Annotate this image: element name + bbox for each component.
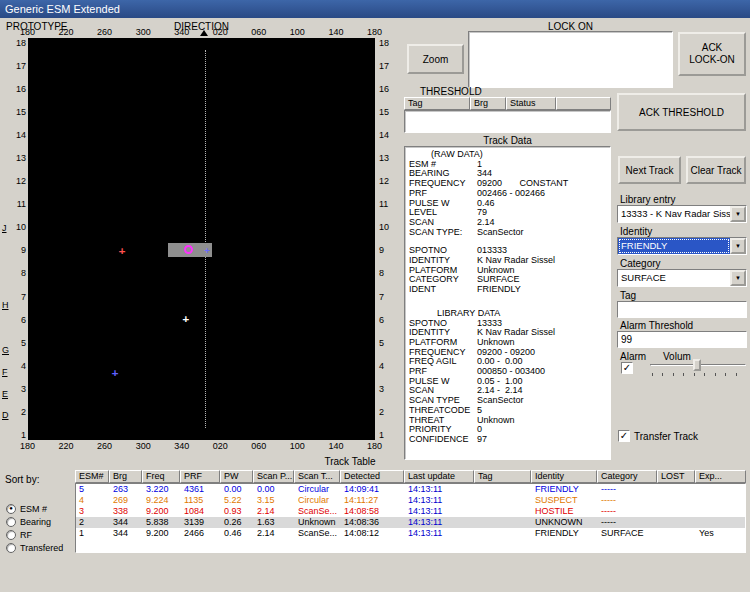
table-cell: ScanSe... — [295, 528, 341, 539]
bearing-caret-icon — [200, 30, 208, 36]
table-column-header[interactable]: PW — [220, 470, 253, 483]
level-tick-label: 15 — [379, 107, 389, 117]
track-table-title: Track Table — [300, 456, 400, 467]
tag-input[interactable] — [617, 301, 747, 318]
bearing-tick-label: 180 — [367, 27, 382, 37]
threshold-column-tag[interactable]: Tag — [404, 97, 470, 110]
table-cell: 0.93 — [221, 506, 254, 517]
radio-icon[interactable]: ● — [6, 504, 16, 514]
table-cell — [696, 484, 745, 495]
table-cell: 3.220 — [143, 484, 181, 495]
track-row[interactable]: 4 269 9.224 1135 5.22 3.15 Circular 14:1… — [76, 495, 745, 506]
table-column-header[interactable]: Tag — [474, 470, 531, 483]
table-cell — [475, 528, 532, 539]
clear-track-button[interactable]: Clear Track — [686, 156, 746, 184]
radio-icon[interactable] — [6, 530, 16, 540]
table-cell: 5.22 — [221, 495, 254, 506]
threshold-column-filler — [556, 97, 611, 110]
identity-select[interactable]: FRIENDLY ▼ — [617, 237, 747, 255]
table-column-header[interactable]: Scan P... — [253, 470, 294, 483]
table-column-header[interactable]: LOST — [657, 470, 695, 483]
radio-dot — [7, 531, 15, 539]
category-select[interactable]: SURFACE ▼ — [617, 269, 747, 287]
threshold-title: THRESHOLD — [420, 86, 482, 97]
table-cell: Yes — [696, 528, 745, 539]
chevron-down-icon[interactable]: ▼ — [730, 206, 746, 222]
table-column-header[interactable]: Brg — [109, 470, 142, 483]
sort-radio[interactable]: Bearing — [6, 516, 63, 527]
table-cell — [475, 495, 532, 506]
track-table-body[interactable]: 5 263 3.220 4361 0.00 0.00 Circular 14:0… — [75, 483, 746, 553]
row-letter: F — [2, 367, 8, 377]
level-tick-label: 16 — [16, 84, 26, 94]
volume-slider-thumb[interactable] — [693, 359, 701, 371]
table-cell — [475, 517, 532, 528]
table-cell: UNKNOWN — [532, 517, 598, 528]
threshold-column-brg[interactable]: Brg — [470, 97, 506, 110]
threshold-list[interactable] — [404, 110, 611, 133]
next-track-button[interactable]: Next Track — [618, 156, 681, 184]
transfer-track-checkbox[interactable]: ✓ — [618, 430, 630, 442]
table-cell: 5 — [76, 484, 110, 495]
sort-radio[interactable]: RF — [6, 529, 63, 540]
level-tick-label: 15 — [16, 107, 26, 117]
bearing-tick-label: 060 — [251, 27, 266, 37]
radio-icon[interactable] — [6, 543, 16, 553]
bearing-tick-label: 260 — [97, 27, 112, 37]
ack-threshold-button[interactable]: ACK THRESHOLD — [617, 93, 746, 131]
sort-radio-label: Bearing — [20, 517, 51, 527]
esm-bearing-display[interactable]: +++ + — [28, 38, 375, 440]
track-data-row: PULSE W0.46 — [409, 199, 606, 209]
alarm-checkbox[interactable]: ✓ — [621, 362, 633, 374]
level-tick-label: 7 — [21, 292, 26, 302]
chevron-down-icon[interactable]: ▼ — [730, 238, 746, 254]
table-cell: 1.63 — [254, 517, 295, 528]
table-cell: 338 — [110, 506, 143, 517]
level-scale-right: 181716151413121110987654321 — [379, 38, 397, 440]
threshold-column-status[interactable]: Status — [506, 97, 556, 110]
table-cell: SUSPECT — [532, 495, 598, 506]
table-column-header[interactable]: Freq — [142, 470, 180, 483]
table-cell: 1 — [76, 528, 110, 539]
level-tick-label: 8 — [379, 268, 384, 278]
table-column-header[interactable]: Identity — [531, 470, 597, 483]
titlebar[interactable]: Generic ESM Extended — [0, 0, 750, 18]
spacer — [409, 295, 606, 309]
track-marker[interactable]: + — [183, 312, 190, 325]
table-column-header[interactable]: Exp... — [695, 470, 746, 483]
table-column-header[interactable]: Scan T... — [294, 470, 340, 483]
track-marker[interactable]: + — [119, 243, 126, 256]
level-tick-label: 14 — [16, 130, 26, 140]
table-column-header[interactable]: Detected — [340, 470, 404, 483]
track-row[interactable]: 2 344 5.838 3139 0.26 1.63 Unknown 14:08… — [76, 517, 745, 528]
sort-radio[interactable]: ● ESM # — [6, 503, 63, 514]
table-column-header[interactable]: Last update — [404, 470, 474, 483]
level-tick-label: 5 — [379, 338, 384, 348]
table-cell: 269 — [110, 495, 143, 506]
category-value: SURFACE — [618, 270, 730, 286]
sort-radio[interactable]: Transfered — [6, 542, 63, 553]
track-row[interactable]: 5 263 3.220 4361 0.00 0.00 Circular 14:0… — [76, 484, 745, 495]
radio-icon[interactable] — [6, 517, 16, 527]
alarm-threshold-input[interactable] — [617, 331, 747, 348]
bearing-tick-label: 180 — [20, 27, 35, 37]
table-column-header[interactable]: Category — [597, 470, 657, 483]
table-cell: Circular — [295, 484, 341, 495]
track-row[interactable]: 3 338 9.200 1084 0.93 2.14 ScanSe... 14:… — [76, 506, 745, 517]
volume-slider[interactable] — [650, 358, 746, 376]
track-row[interactable]: 1 344 9.200 2466 0.46 2.14 ScanSe... 14:… — [76, 528, 745, 539]
track-data-title: Track Data — [404, 135, 611, 146]
alarm-threshold-label: Alarm Threshold — [620, 320, 693, 331]
table-cell: 9.200 — [143, 506, 181, 517]
library-entry-select[interactable]: 13333 - K Nav Radar Sissel ▼ — [617, 205, 747, 223]
table-column-header[interactable]: PRF — [180, 470, 220, 483]
category-label: Category — [620, 258, 661, 269]
track-marker[interactable]: + — [112, 366, 119, 379]
chevron-down-icon[interactable]: ▼ — [730, 270, 746, 286]
selected-track-highlight[interactable]: + — [168, 243, 212, 257]
zoom-button[interactable]: Zoom — [407, 44, 464, 74]
ack-lockon-button[interactable]: ACK LOCK-ON — [678, 32, 746, 76]
table-column-header[interactable]: ESM# — [75, 470, 109, 483]
lockon-list[interactable] — [468, 31, 673, 88]
table-cell: 344 — [110, 528, 143, 539]
